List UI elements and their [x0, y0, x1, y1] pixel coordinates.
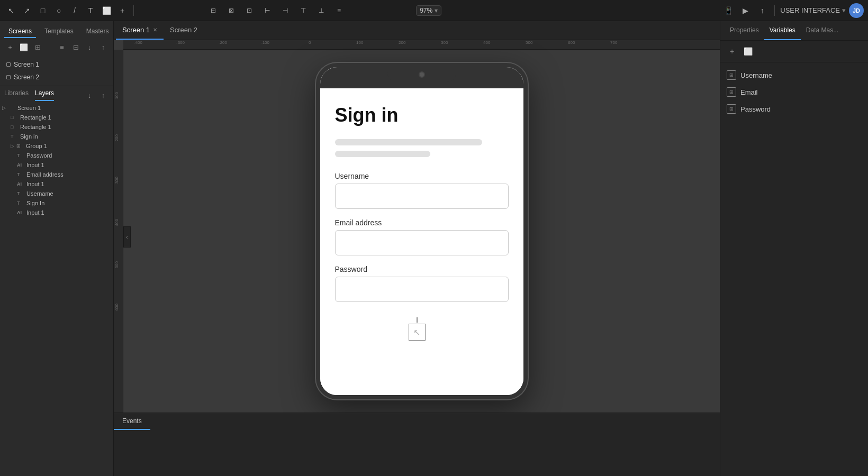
align-tool-8[interactable]: ≡ — [332, 4, 346, 17]
password-input[interactable] — [335, 277, 509, 302]
layer-group1[interactable]: ▷ ⊞ Group 1 — [0, 141, 113, 151]
align-tool-2[interactable]: ⊠ — [224, 4, 238, 17]
tab-data-mas[interactable]: Data Mas... — [801, 21, 844, 40]
add-variable-button[interactable]: + — [726, 45, 738, 58]
phone-preview-icon[interactable]: 📱 — [721, 4, 735, 17]
close-tab-1[interactable]: ✕ — [153, 27, 157, 33]
layer-expand-group: ▷ — [11, 143, 14, 149]
ruler-tick-h-4: -100 — [261, 40, 269, 45]
phone-notch — [387, 67, 456, 82]
sort-layer-down[interactable]: ↓ — [84, 89, 95, 101]
canvas-area: -400 -300 -200 -100 0 100 200 300 400 50… — [114, 40, 720, 413]
circle-tool[interactable]: ○ — [52, 4, 66, 17]
grid-view-button-2[interactable]: ⊟ — [70, 41, 82, 53]
username-section: Username — [335, 172, 509, 209]
layer-email-text[interactable]: T Email address — [0, 170, 113, 179]
select-tool[interactable]: ↗ — [20, 4, 34, 17]
sort-layer-up[interactable]: ↑ — [97, 89, 109, 101]
layer-input2[interactable]: AI Input 1 — [0, 179, 113, 189]
align-tool-3[interactable]: ⊡ — [242, 4, 256, 17]
align-tool-7[interactable]: ⊥ — [314, 4, 328, 17]
ruler-tick-h-9: 400 — [483, 40, 490, 45]
user-avatar[interactable]: JD — [849, 3, 864, 18]
image-tool[interactable]: ⬜ — [100, 4, 113, 17]
rect-tool[interactable]: □ — [36, 4, 50, 17]
align-tool-5[interactable]: ⊣ — [278, 4, 292, 17]
layer-screen1[interactable]: ▷ Screen 1 — [0, 103, 113, 113]
signin-title: Sign in — [335, 104, 509, 126]
add-tool[interactable]: + — [115, 4, 129, 17]
ruler-vertical: 100 200 300 400 500 600 — [114, 50, 123, 413]
canvas-tab-screen1[interactable]: Screen 1 ✕ — [116, 21, 164, 40]
align-tool-6[interactable]: ⊤ — [296, 4, 310, 17]
email-label: Email address — [335, 218, 509, 227]
sidebar-top-nav: Screens Templates Masters — [0, 21, 113, 38]
layer-password-text[interactable]: T Password — [0, 151, 113, 160]
layer-text-icon-2: T — [17, 153, 24, 158]
layer-shape-icon-1: □ — [11, 115, 18, 120]
zoom-value: 97% — [420, 7, 432, 14]
variable-item-password[interactable]: ⊞ Password — [720, 100, 868, 117]
variable-item-email[interactable]: ⊞ Email — [720, 84, 868, 100]
import-variable-button[interactable]: ⬜ — [742, 45, 754, 58]
ruler-tick-h-1: -400 — [134, 40, 142, 45]
layer-signin-text[interactable]: T Sign in — [0, 132, 113, 141]
placeholder-bar-2 — [335, 151, 430, 157]
screens-list: Screen 1 Screen 2 — [0, 56, 113, 86]
layer-username-text[interactable]: T Username — [0, 189, 113, 198]
layer-text-icon-1: T — [11, 134, 18, 139]
user-interface-label[interactable]: USER INTERFACE ▾ — [780, 6, 846, 14]
tab-variables[interactable]: Variables — [764, 21, 801, 40]
variable-icon-2: ⊞ — [727, 87, 736, 97]
tab-layers[interactable]: Layers — [35, 89, 54, 101]
cursor-tool[interactable]: ↖ — [4, 4, 18, 17]
grid-view-button[interactable]: ⊞ — [32, 41, 43, 53]
zoom-dropdown-icon[interactable]: ▾ — [435, 7, 438, 14]
layer-group-icon: ⊞ — [16, 143, 24, 149]
layer-input1[interactable]: AI Input 1 — [0, 160, 113, 170]
layers-section: Libraries Layers ↓ ↑ ▷ Screen 1 — [0, 86, 113, 476]
events-tab[interactable]: Events — [114, 413, 150, 430]
left-sidebar: Screens Templates Masters + ⬜ ⊞ ≡ ⊟ ↓ ↑ — [0, 21, 114, 476]
variable-icon-3: ⊞ — [727, 104, 736, 114]
layer-rect1[interactable]: □ Rectangle 1 — [0, 113, 113, 122]
screen-item-1[interactable]: Screen 1 — [0, 58, 113, 71]
list-view-button[interactable]: ≡ — [56, 41, 68, 53]
import-screen-button[interactable]: ⬜ — [18, 41, 30, 53]
add-screen-button[interactable]: + — [4, 41, 16, 53]
layer-ai-icon-2: AI — [17, 181, 24, 187]
tab-properties[interactable]: Properties — [725, 21, 764, 40]
layer-rect2[interactable]: □ Rectangle 1 — [0, 122, 113, 132]
play-button[interactable]: ▶ — [738, 4, 752, 17]
collapse-sidebar-button[interactable]: ‹ — [123, 226, 131, 248]
sort-down-button[interactable]: ↓ — [84, 41, 95, 53]
text-tool[interactable]: T — [84, 4, 97, 17]
layer-input3[interactable]: AI Input 1 — [0, 208, 113, 217]
align-tool-1[interactable]: ⊟ — [206, 4, 220, 17]
canvas-handle[interactable]: ↖ — [409, 317, 426, 341]
username-input[interactable] — [335, 184, 509, 209]
ruler-horizontal: -400 -300 -200 -100 0 100 200 300 400 50… — [123, 40, 720, 50]
layers-list: ▷ Screen 1 □ Rectangle 1 □ Rectangle 1 T — [0, 101, 113, 476]
zoom-control[interactable]: 97% ▾ — [416, 5, 441, 16]
sort-up-button[interactable]: ↑ — [97, 41, 109, 53]
tab-masters[interactable]: Masters — [82, 25, 113, 38]
tab-libraries[interactable]: Libraries — [4, 89, 29, 101]
tab-screens[interactable]: Screens — [4, 25, 36, 38]
pen-tool[interactable]: / — [68, 4, 82, 17]
screens-actions: + ⬜ ⊞ ≡ ⊟ ↓ ↑ — [0, 38, 113, 56]
align-tool-4[interactable]: ⊢ — [260, 4, 274, 17]
screen-item-2[interactable]: Screen 2 — [0, 71, 113, 84]
layer-signin-text2[interactable]: T Sign In — [0, 198, 113, 208]
variable-item-username[interactable]: ⊞ Username — [720, 67, 868, 84]
canvas-tab-screen2[interactable]: Screen 2 — [164, 21, 204, 40]
cursor-box: ↖ — [409, 324, 426, 341]
email-input[interactable] — [335, 230, 509, 255]
ruler-tick-v-4: 400 — [114, 219, 119, 226]
placeholder-bar-1 — [335, 139, 483, 145]
tab-templates[interactable]: Templates — [40, 25, 78, 38]
phone-screen-content: Sign in Username Email address — [320, 88, 523, 395]
export-button[interactable]: ↑ — [755, 4, 769, 17]
username-label: Username — [335, 172, 509, 180]
layer-ai-icon-1: AI — [17, 162, 24, 168]
